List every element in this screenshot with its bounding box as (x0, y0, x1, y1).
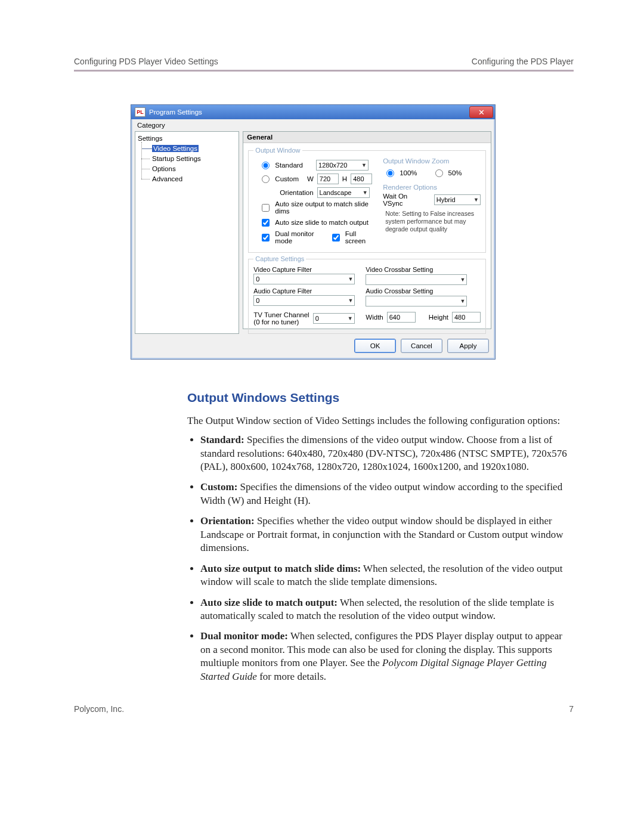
auto-size-slide-checkbox[interactable] (262, 219, 270, 227)
ok-button[interactable]: OK (354, 339, 396, 353)
output-window-legend: Output Window (253, 147, 302, 154)
zoom-50-label: 50% (448, 169, 462, 176)
custom-height-input[interactable] (351, 174, 372, 184)
settings-pane: General Output Window Standard 1280x (243, 131, 491, 329)
footer-right: 7 (569, 704, 574, 714)
custom-radio-label: Custom (275, 175, 299, 182)
dialog-title: Program Settings (149, 109, 202, 116)
capture-width-label: Width (366, 314, 383, 321)
chevron-down-icon: ▼ (363, 190, 368, 196)
tree-root[interactable]: Settings (138, 134, 236, 144)
zoom-50-radio[interactable] (435, 169, 443, 177)
chevron-down-icon: ▼ (473, 197, 479, 203)
dual-monitor-checkbox[interactable] (262, 234, 270, 241)
list-item: Custom: Specifies the dimensions of the … (200, 481, 574, 507)
custom-h-label: H (342, 175, 347, 182)
custom-radio[interactable] (262, 175, 270, 183)
auto-size-output-label: Auto size output to match slide dims (275, 200, 372, 215)
app-icon: PL (135, 107, 145, 117)
cancel-button[interactable]: Cancel (401, 339, 442, 353)
audio-capture-filter-select[interactable]: 0▼ (253, 295, 355, 306)
chevron-down-icon: ▼ (348, 315, 353, 321)
list-item: Auto size slide to match output: When se… (200, 596, 574, 623)
category-label: Category (131, 119, 495, 129)
tree-item-options[interactable]: Options (138, 164, 236, 174)
tuner-label-sub: (0 for no tuner) (253, 318, 299, 326)
chevron-down-icon: ▼ (361, 162, 367, 168)
screenshot-figure: PL Program Settings ✕ Category Settings … (131, 104, 568, 360)
capture-height-input[interactable] (452, 312, 481, 323)
definition-list: Standard: Specifies the dimensions of th… (187, 433, 574, 683)
auto-size-output-checkbox[interactable] (262, 204, 270, 212)
list-item: Standard: Specifies the dimensions of th… (200, 433, 574, 473)
capture-height-label: Height (429, 314, 448, 321)
dialog-titlebar[interactable]: PL Program Settings ✕ (131, 105, 495, 119)
chevron-down-icon: ▼ (460, 277, 465, 283)
audio-crossbar-select[interactable]: ▼ (366, 296, 467, 306)
zoom-legend: Output Window Zoom (383, 157, 481, 165)
tuner-channel-select[interactable]: 0▼ (313, 313, 355, 324)
vsync-label: Wait On VSync (383, 193, 425, 207)
custom-width-input[interactable] (317, 174, 339, 184)
capture-width-input[interactable] (387, 312, 416, 323)
custom-w-label: W (307, 175, 314, 182)
chevron-down-icon: ▼ (348, 276, 353, 282)
video-capture-filter-label: Video Capture Filter (253, 266, 355, 273)
standard-radio[interactable] (262, 162, 270, 169)
header-left: Configuring PDS Player Video Settings (74, 57, 218, 66)
dual-monitor-label: Dual monitor mode (275, 230, 322, 244)
orientation-select[interactable]: Landscape▼ (317, 187, 370, 198)
footer-left: Polycom, Inc. (74, 704, 124, 714)
vsync-select[interactable]: Hybrid▼ (434, 194, 481, 205)
program-settings-dialog: PL Program Settings ✕ Category Settings … (131, 104, 496, 360)
close-icon[interactable]: ✕ (469, 106, 493, 118)
orientation-label: Orientation (280, 189, 313, 196)
output-window-group: Output Window Standard 1280x720▼ (248, 147, 486, 253)
pane-title: General (243, 132, 491, 143)
standard-resolution-select[interactable]: 1280x720▼ (316, 160, 369, 171)
tree-item-video-settings[interactable]: Video Settings (138, 144, 236, 154)
chevron-down-icon: ▼ (348, 298, 353, 304)
audio-crossbar-label: Audio Crossbar Setting (366, 287, 481, 295)
full-screen-checkbox[interactable] (332, 234, 340, 241)
section-heading: Output Windows Settings (187, 389, 574, 406)
audio-capture-filter-label: Audio Capture Filter (253, 287, 355, 295)
tree-item-advanced[interactable]: Advanced (138, 174, 236, 184)
list-item: Orientation: Specifies whether the video… (200, 515, 574, 555)
zoom-100-radio[interactable] (386, 169, 394, 177)
capture-settings-group: Capture Settings Video Capture Filter 0▼… (248, 255, 486, 334)
video-crossbar-select[interactable]: ▼ (366, 274, 467, 285)
video-capture-filter-select[interactable]: 0▼ (253, 274, 355, 284)
auto-size-slide-label: Auto size slide to match output (275, 219, 369, 226)
list-item: Auto size output to match slide dims: Wh… (200, 562, 574, 589)
tree-item-startup-settings[interactable]: Startup Settings (138, 154, 236, 164)
category-tree[interactable]: Settings Video Settings Startup Settings… (135, 131, 239, 334)
header-right: Configuring the PDS Player (472, 57, 574, 66)
vsync-note: Note: Setting to False increases system … (383, 209, 481, 233)
tuner-label: TV Tuner Channel (253, 311, 309, 318)
list-item: Dual monitor mode: When selected, config… (200, 630, 574, 683)
zoom-100-label: 100% (400, 169, 417, 176)
renderer-legend: Renderer Options (383, 184, 481, 191)
capture-settings-legend: Capture Settings (253, 255, 306, 262)
chevron-down-icon: ▼ (460, 298, 465, 304)
section-intro: The Output Window section of Video Setti… (187, 414, 574, 428)
full-screen-label: Full screen (345, 230, 372, 244)
standard-radio-label: Standard (275, 162, 303, 169)
apply-button[interactable]: Apply (447, 339, 489, 353)
video-crossbar-label: Video Crossbar Setting (366, 266, 481, 273)
